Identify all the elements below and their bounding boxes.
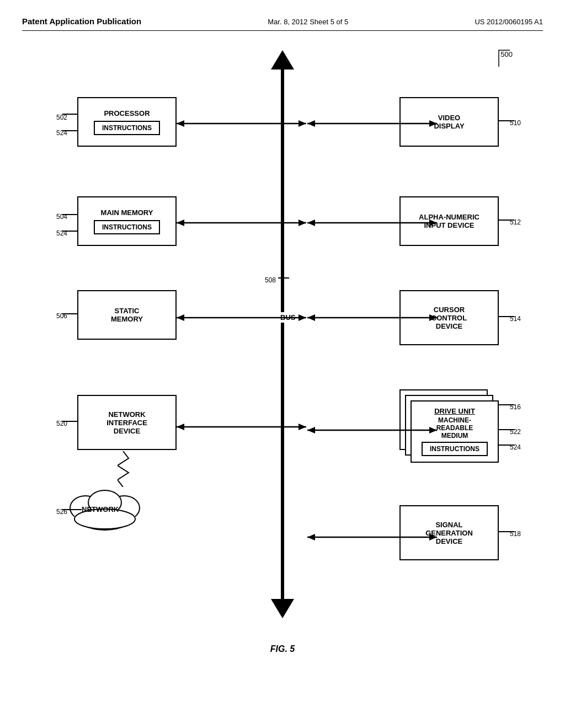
ref-502: 502 (56, 114, 67, 121)
processor-label: PROCESSOR (104, 109, 150, 117)
ref-518-line (499, 531, 514, 532)
main-memory-instructions: INSTRUCTIONS (94, 220, 160, 234)
main-memory-box: MAIN MEMORY INSTRUCTIONS (77, 196, 177, 246)
page: Patent Application Publication Mar. 8, 2… (0, 0, 565, 728)
drive-unit-instructions: INSTRUCTIONS (422, 442, 488, 456)
svg-marker-30 (307, 427, 315, 433)
arrow-down-icon (271, 599, 294, 618)
svg-marker-21 (307, 120, 315, 127)
ref-504-line (62, 214, 77, 215)
svg-marker-22 (429, 120, 437, 127)
ref-512-line (499, 220, 514, 221)
publication-label: Patent Application Publication (22, 17, 141, 26)
ref-506-line (62, 313, 77, 314)
svg-marker-28 (429, 314, 437, 321)
ref-526-line (62, 509, 82, 510)
cursor-control-bus-connector (307, 312, 437, 323)
ref-502-line (62, 114, 77, 115)
svg-marker-10 (299, 120, 306, 127)
svg-marker-24 (307, 220, 315, 226)
ref-522-line (499, 429, 514, 430)
patent-number-label: US 2012/0060195 A1 (475, 18, 543, 26)
processor-box: PROCESSOR INSTRUCTIONS (77, 97, 177, 147)
svg-marker-12 (177, 220, 184, 226)
network-zigzag (118, 451, 134, 487)
svg-marker-1 (271, 599, 294, 618)
ref-516-line (499, 404, 514, 405)
signal-generation-bus-connector (307, 532, 437, 543)
svg-marker-15 (177, 314, 184, 321)
ref-520-line (62, 421, 77, 422)
static-memory-box: STATIC MEMORY (77, 290, 177, 340)
svg-marker-27 (307, 314, 315, 321)
arrow-up-icon (271, 50, 294, 69)
ref-510-line (499, 120, 514, 121)
network-interface-bus-connector (177, 421, 306, 432)
main-memory-label: MAIN MEMORY (101, 208, 153, 217)
svg-marker-0 (271, 50, 294, 69)
svg-marker-31 (429, 427, 437, 433)
svg-marker-25 (429, 220, 437, 226)
svg-marker-9 (177, 120, 184, 127)
static-memory-label: STATIC MEMORY (111, 307, 143, 323)
header: Patent Application Publication Mar. 8, 2… (22, 17, 543, 31)
video-display-bus-connector (307, 118, 437, 129)
static-memory-bus-connector (177, 312, 306, 323)
alpha-numeric-bus-connector (307, 217, 437, 228)
processor-bus-connector (177, 118, 306, 129)
ref-500-bracket (493, 47, 515, 69)
figure-caption: FIG. 5 (270, 644, 295, 654)
svg-marker-19 (299, 424, 306, 430)
ref-524a-line (62, 130, 77, 131)
network-label: NETWORK (82, 505, 119, 513)
video-display-label: VIDEO DISPLAY (434, 114, 464, 130)
ref-514-line (499, 316, 514, 317)
network-interface-box: NETWORK INTERFACE DEVICE (77, 395, 177, 450)
svg-marker-18 (177, 424, 184, 430)
svg-marker-13 (299, 220, 306, 226)
drive-unit-label: DRIVE UNIT (434, 407, 475, 415)
drive-unit-bus-connector (307, 425, 437, 436)
drive-unit-sub: MACHINE- READABLE MEDIUM (436, 416, 473, 440)
bus-line (281, 67, 284, 607)
ref-524c-line (499, 445, 514, 446)
diagram: 500 BUS PROCESSOR INSTRUCTIONS 502 524 (22, 42, 543, 665)
date-sheet-label: Mar. 8, 2012 Sheet 5 of 5 (268, 18, 348, 26)
main-memory-bus-connector (177, 217, 306, 228)
svg-marker-33 (307, 534, 315, 540)
processor-instructions: INSTRUCTIONS (94, 121, 160, 135)
svg-marker-16 (299, 314, 306, 321)
ref-508-line (278, 277, 289, 279)
svg-marker-34 (429, 534, 437, 540)
ref-508: 508 (265, 276, 276, 284)
ref-524b-line (62, 231, 77, 232)
network-interface-label: NETWORK INTERFACE DEVICE (106, 410, 147, 435)
